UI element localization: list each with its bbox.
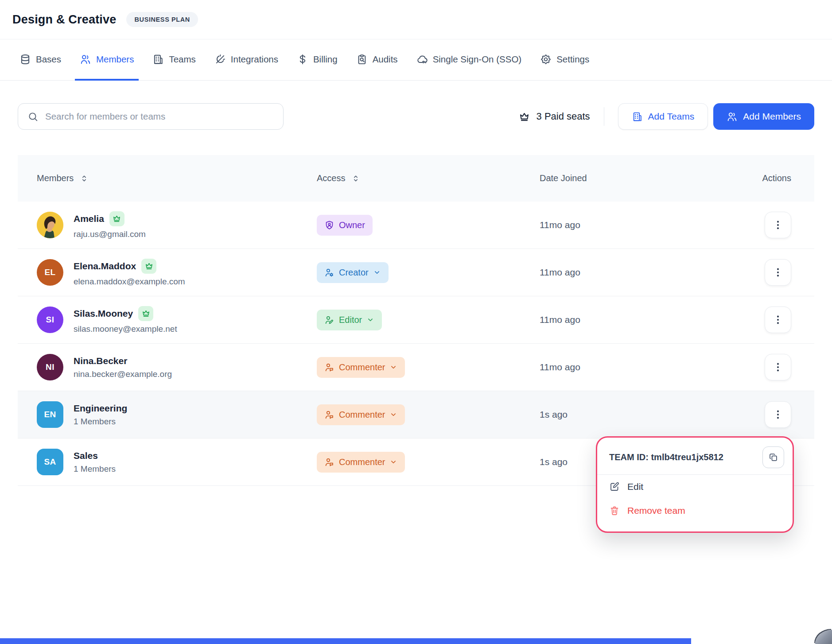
building-icon — [632, 111, 643, 122]
access-badge[interactable]: Commenter — [317, 404, 405, 425]
member-subtitle: 1 Members — [74, 417, 127, 427]
avatar — [37, 212, 63, 238]
table-header: Members Access Date Joined Actions — [18, 155, 814, 202]
column-header-date-joined: Date Joined — [540, 173, 703, 183]
dollar-icon — [297, 54, 308, 65]
user-chat-icon — [324, 410, 334, 420]
row-actions-button[interactable] — [765, 401, 791, 428]
team-id-label: TEAM ID: tmlb4treu1jx5812 — [609, 452, 723, 462]
search-icon — [27, 111, 39, 122]
access-label: Commenter — [339, 457, 385, 467]
tab-label: Integrations — [231, 54, 278, 65]
menu-item-edit[interactable]: Edit — [597, 475, 793, 499]
access-badge[interactable]: Editor — [317, 310, 382, 330]
access-badge[interactable]: Creator — [317, 262, 389, 283]
kebab-icon — [772, 361, 784, 373]
tab-audits[interactable]: Audits — [351, 39, 403, 81]
kebab-icon — [772, 409, 784, 420]
member-subtitle: silas.mooney@example.net — [74, 324, 177, 334]
avatar: NI — [37, 354, 63, 380]
tab-members[interactable]: Members — [75, 39, 139, 81]
crown-badge-icon — [141, 259, 156, 274]
paid-seats-label: 3 Paid seats — [537, 111, 590, 122]
tab-bar: Bases Members Teams Integrations Billing… — [0, 39, 832, 81]
chevron-down-icon — [389, 458, 397, 466]
access-badge[interactable]: Commenter — [317, 452, 405, 473]
building-icon — [152, 54, 164, 65]
user-gear-icon — [324, 268, 334, 278]
toolbar: 3 Paid seats Add Teams Add Members — [18, 103, 814, 130]
paid-seats: 3 Paid seats — [518, 111, 590, 123]
plan-badge: BUSINESS PLAN — [126, 12, 198, 27]
add-teams-button[interactable]: Add Teams — [618, 103, 708, 130]
table-row: EN Engineering 1 Members Commenter 1s ag… — [18, 391, 814, 438]
member-subtitle: 1 Members — [74, 464, 116, 474]
gear-icon — [540, 54, 552, 65]
chevron-down-icon — [373, 268, 381, 276]
kebab-icon — [772, 219, 784, 231]
member-name: Silas.Mooney — [74, 308, 133, 319]
member-name: Engineering — [74, 403, 127, 414]
add-members-button[interactable]: Add Members — [713, 103, 814, 130]
toolbar-divider — [604, 107, 604, 126]
crown-icon — [518, 111, 530, 123]
table-row: SI Silas.Mooney silas.mooney@example.net… — [18, 296, 814, 344]
access-label: Creator — [339, 268, 369, 278]
chevron-down-icon — [366, 316, 374, 324]
copy-team-id-button[interactable] — [762, 446, 784, 468]
database-icon — [19, 54, 31, 65]
bottom-bar — [0, 638, 691, 644]
avatar: SI — [37, 306, 63, 333]
search-box[interactable] — [18, 103, 284, 130]
workspace-title: Design & Creative — [12, 13, 116, 27]
access-label: Editor — [339, 315, 362, 325]
member-subtitle: nina.becker@example.org — [74, 369, 172, 379]
tab-label: Single Sign-On (SSO) — [433, 54, 522, 65]
tab-label: Settings — [556, 54, 589, 65]
copy-icon — [768, 452, 778, 462]
tab-label: Teams — [169, 54, 195, 65]
tab-label: Bases — [36, 54, 61, 65]
user-pencil-icon — [324, 315, 334, 325]
sort-icon[interactable] — [351, 174, 361, 183]
table-row: EL Elena.Maddox elena.maddox@example.com… — [18, 249, 814, 296]
row-actions-button[interactable] — [765, 354, 791, 380]
tab-bases[interactable]: Bases — [15, 39, 66, 81]
date-joined: 11mo ago — [540, 220, 703, 230]
users-icon — [80, 54, 91, 65]
chevron-down-icon — [389, 411, 397, 419]
menu-item-remove-team[interactable]: Remove team — [597, 499, 793, 523]
sort-icon[interactable] — [79, 174, 89, 183]
access-badge[interactable]: Commenter — [317, 357, 405, 378]
edit-icon — [609, 481, 620, 492]
date-joined: 11mo ago — [540, 267, 703, 278]
access-badge[interactable]: Owner — [317, 215, 373, 236]
search-input[interactable] — [45, 111, 274, 122]
tab-label: Audits — [373, 54, 398, 65]
user-chat-icon — [324, 362, 334, 372]
tab-integrations[interactable]: Integrations — [210, 39, 283, 81]
row-actions-button[interactable] — [765, 212, 791, 238]
table-row: NI Nina.Becker nina.becker@example.org C… — [18, 344, 814, 391]
column-header-members[interactable]: Members — [18, 173, 317, 183]
tab-teams[interactable]: Teams — [148, 39, 200, 81]
trash-icon — [609, 505, 620, 516]
row-actions-button[interactable] — [765, 306, 791, 333]
users-icon — [727, 111, 738, 122]
page-header: Design & Creative BUSINESS PLAN — [0, 0, 832, 39]
column-header-access[interactable]: Access — [317, 173, 540, 183]
date-joined: 11mo ago — [540, 314, 703, 325]
tab-billing[interactable]: Billing — [292, 39, 342, 81]
crown-badge-icon — [138, 306, 153, 321]
tab-settings[interactable]: Settings — [535, 39, 594, 81]
row-actions-button[interactable] — [765, 259, 791, 286]
unplug-icon — [214, 54, 226, 65]
member-name: Elena.Maddox — [74, 261, 136, 272]
crown-badge-icon — [109, 211, 124, 226]
avatar: EL — [37, 259, 63, 286]
table-row: Amelia raju.us@gmail.com Owner 11mo ago — [18, 202, 814, 249]
shield-user-icon — [324, 220, 334, 230]
avatar: SA — [37, 449, 63, 475]
clipboard-search-icon — [356, 54, 368, 65]
tab-single-sign-on-sso[interactable]: Single Sign-On (SSO) — [412, 39, 527, 81]
